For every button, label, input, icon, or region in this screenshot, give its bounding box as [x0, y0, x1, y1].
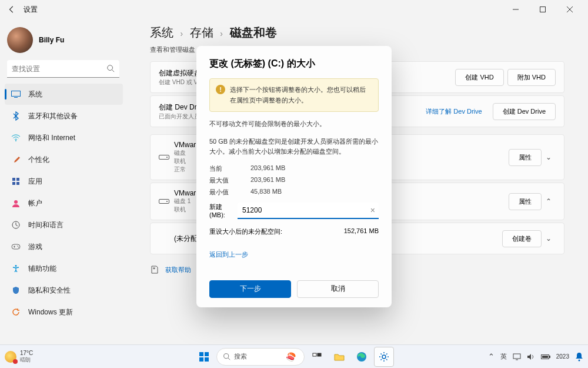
svg-point-36: [579, 359, 580, 361]
weather-temp: 17°C: [20, 350, 33, 356]
edge-button[interactable]: [352, 347, 372, 367]
system-icon: [11, 89, 21, 100]
svg-rect-10: [16, 182, 19, 185]
nav-item-privacy[interactable]: 隐私和安全性: [5, 280, 123, 301]
breadcrumb: 系统 › 存储 › 磁盘和卷: [150, 25, 564, 41]
maximize-button[interactable]: [529, 0, 556, 19]
search-icon: [106, 64, 115, 72]
notifications-icon[interactable]: [575, 352, 583, 362]
minimize-button[interactable]: [502, 0, 529, 19]
svg-point-30: [382, 355, 386, 359]
nav-item-label: 游戏: [28, 242, 42, 252]
svg-rect-8: [16, 178, 19, 181]
label-after-unalloc: 重设大小后的未分配空间:: [209, 227, 344, 236]
bluetooth-icon: [11, 111, 21, 121]
clear-input-icon[interactable]: ×: [370, 205, 375, 215]
taskbar-search[interactable]: 搜索 🍣: [216, 348, 305, 366]
svg-point-16: [15, 265, 17, 267]
svg-rect-23: [199, 357, 203, 362]
volume-icon[interactable]: [527, 353, 535, 360]
svg-point-20: [166, 201, 168, 202]
cancel-button[interactable]: 取消: [297, 280, 379, 298]
nav-item-label: 时间和语言: [28, 220, 64, 230]
nav-item-account[interactable]: 帐户: [5, 193, 123, 214]
nav-item-wifi[interactable]: 网络和 Internet: [5, 127, 123, 148]
svg-point-6: [15, 140, 16, 141]
svg-rect-34: [549, 356, 550, 358]
chevron-down-icon[interactable]: ⌄: [542, 153, 556, 161]
label-min: 最小值: [209, 188, 250, 197]
svg-rect-35: [542, 356, 548, 358]
svg-rect-28: [318, 353, 321, 356]
svg-point-11: [14, 200, 18, 204]
back-button[interactable]: [5, 2, 19, 16]
svg-point-2: [108, 65, 113, 71]
properties-button[interactable]: 属性: [509, 193, 542, 210]
chevron-right-icon: ›: [220, 29, 223, 38]
properties-button[interactable]: 属性: [509, 149, 542, 166]
profile-block[interactable]: Billy Fu: [7, 27, 126, 53]
start-button[interactable]: [194, 347, 214, 367]
nav-item-brush[interactable]: 个性化: [5, 149, 123, 170]
svg-rect-4: [12, 91, 21, 97]
time-icon: [11, 220, 21, 230]
weather-icon: [5, 351, 16, 363]
privacy-icon: [11, 285, 21, 296]
svg-rect-7: [12, 178, 15, 181]
create-dev-drive-button[interactable]: 创建 Dev Drive: [493, 103, 556, 120]
task-view-button[interactable]: [307, 347, 327, 367]
create-volume-button[interactable]: 创建卷: [502, 230, 542, 247]
tray-year[interactable]: 2023: [556, 353, 569, 360]
back-step-link[interactable]: 返回到上一步: [209, 250, 379, 259]
nav-item-label: 辅助功能: [28, 264, 56, 274]
nav-item-apps[interactable]: 应用: [5, 171, 123, 192]
close-button[interactable]: [556, 0, 583, 19]
window-title: 设置: [24, 5, 38, 15]
attach-vhd-button[interactable]: 附加 VHD: [507, 69, 556, 86]
svg-rect-1: [540, 7, 546, 12]
network-icon[interactable]: [513, 353, 521, 360]
nav-list: 系统蓝牙和其他设备网络和 Internet个性化应用帐户时间和语言游戏辅助功能隐…: [5, 84, 126, 323]
chevron-right-icon: ›: [181, 29, 183, 38]
nav-item-time[interactable]: 时间和语言: [5, 214, 123, 236]
nav-item-system[interactable]: 系统: [5, 84, 123, 105]
nav-item-label: 网络和 Internet: [28, 133, 75, 143]
svg-rect-27: [313, 353, 316, 356]
nav-item-update[interactable]: Windows 更新: [5, 301, 123, 323]
get-help-link[interactable]: 获取帮助: [165, 266, 191, 274]
tray-chevron-up-icon[interactable]: ⌃: [488, 352, 495, 361]
search-icon: [223, 353, 230, 360]
battery-icon[interactable]: [541, 354, 550, 360]
new-size-input[interactable]: [238, 203, 379, 219]
value-min: 45,838 MB: [250, 188, 282, 197]
dialog-note: 50 GB 的未分配磁盘空间是创建开发人员驱动器所需的最小大小。减小当前大小以增…: [209, 137, 379, 157]
chevron-up-icon[interactable]: ⌃: [542, 197, 556, 205]
weather-widget[interactable]: 17°C 晴朗: [5, 350, 33, 364]
explorer-button[interactable]: [329, 347, 349, 367]
nav-item-game[interactable]: 游戏: [5, 236, 123, 257]
profile-name: Billy Fu: [39, 36, 64, 44]
settings-button[interactable]: [374, 347, 394, 367]
crumb-system[interactable]: 系统: [150, 26, 173, 39]
taskbar-search-label: 搜索: [234, 352, 247, 361]
crumb-storage[interactable]: 存储: [190, 26, 213, 39]
nav-item-a11y[interactable]: 辅助功能: [5, 258, 123, 279]
chevron-down-icon[interactable]: ⌄: [542, 234, 556, 243]
value-after-unalloc: 152,761 MB: [344, 227, 379, 236]
create-vhd-button[interactable]: 创建 VHD: [455, 69, 503, 86]
nav-item-label: 系统: [28, 89, 42, 100]
dev-drive-learn-link[interactable]: 详细了解 Dev Drive: [426, 107, 482, 116]
value-current: 203,961 MB: [250, 164, 285, 173]
search-input[interactable]: [7, 60, 119, 78]
label-new-size: 新建(MB):: [209, 203, 238, 218]
weather-desc: 晴朗: [20, 356, 33, 364]
nav-item-label: 应用: [28, 177, 42, 187]
svg-rect-9: [12, 182, 15, 185]
svg-point-18: [166, 157, 168, 158]
label-max: 最大值: [209, 176, 250, 185]
ime-indicator[interactable]: 英: [500, 352, 507, 361]
next-button[interactable]: 下一步: [209, 280, 291, 298]
dialog-info-banner: 选择下一个按钮将调整卷的大小。您也可以稍后在属性页中调整卷的大小。: [209, 78, 379, 112]
nav-item-bluetooth[interactable]: 蓝牙和其他设备: [5, 105, 123, 127]
taskbar: 17°C 晴朗 搜索 🍣 ⌃ 英 2023: [0, 344, 588, 368]
